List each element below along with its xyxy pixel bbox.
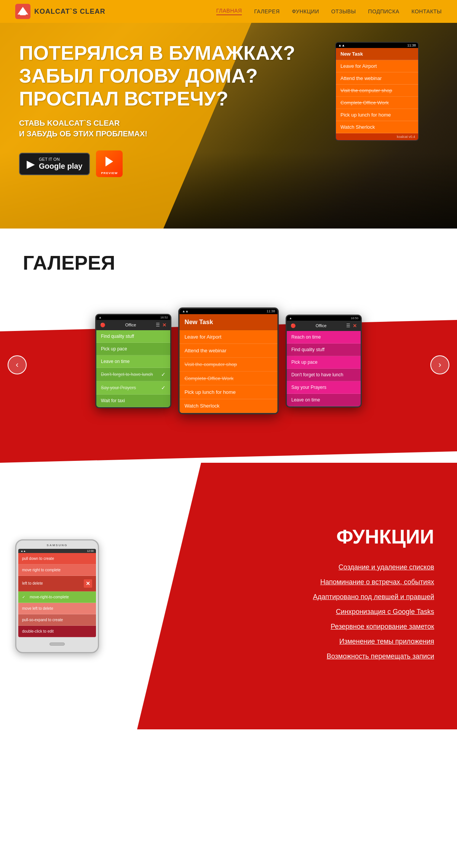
feature-link-4[interactable]: Синхронизация с Google Tasks	[336, 608, 434, 615]
nav-reviews[interactable]: ОТЗЫВЫ	[331, 8, 356, 14]
features-title: ФУНКЦИИ	[129, 525, 434, 548]
gallery-phone-1: ▲16:52 🔴 Office ☰ ✕ Find quality stuff P…	[95, 314, 171, 408]
task-item-new: New Task	[336, 48, 418, 60]
task-item-computer: Visit the computer shop	[336, 85, 418, 97]
hero-line1: ПОТЕРЯЛСЯ В БУМАЖКАХ?	[19, 42, 295, 64]
phone2-tasklist: Leave for Airport Attend the webinar Vis…	[179, 330, 277, 413]
phone2-task-5: Pick up lunch for home	[179, 385, 277, 399]
phone-status-bar: ▲▲11:38	[336, 43, 418, 48]
samsung-task-double-click: double-click to edit	[18, 626, 96, 637]
phone3-status: ▲16:50	[287, 316, 361, 321]
samsung-task-move-left: move left to delete	[18, 603, 96, 614]
features-section: SAMSUNG ▲▲12:00 pull down to create move…	[0, 463, 457, 729]
gallery-phone-2: ▲▲11:38 New Task Leave for Airport Atten…	[178, 307, 279, 414]
phone2-status: ▲▲11:38	[179, 309, 277, 314]
phone1-task-4: Don't forget to have lunch✓	[96, 368, 170, 381]
samsung-task-pull-expand: pull-so-expand to create	[18, 614, 96, 626]
feature-link-2[interactable]: Напоминание о встречах, событиях	[320, 578, 434, 586]
nav-home[interactable]: ГЛАВНАЯ	[216, 8, 242, 15]
play-triangle-icon	[105, 157, 113, 166]
hero-section: ПОТЕРЯЛСЯ В БУМАЖКАХ? ЗАБЫЛ ГОЛОВУ ДОМА?…	[0, 23, 457, 229]
phone2-task-4: Complete Office Work	[179, 372, 277, 385]
phone2-task-6: Watch Sherlock	[179, 399, 277, 413]
gallery-phone-3: ▲16:50 🔴 Office ☰ ✕ Reach on time Find q…	[286, 315, 362, 408]
gallery-prev-button[interactable]: ‹	[8, 355, 27, 374]
feature-link-5[interactable]: Резервное копирование заметок	[331, 623, 434, 630]
menu-icon-p3: ☰	[346, 323, 350, 329]
phone3-task-4: Don't forget to have lunch	[287, 369, 361, 381]
google-play-button[interactable]: ▶ GET IT ON Google play	[19, 153, 90, 175]
samsung-phone-mockup: SAMSUNG ▲▲12:00 pull down to create move…	[15, 539, 99, 653]
google-play-icon: ▶	[27, 158, 35, 170]
feature-item-4: Синхронизация с Google Tasks	[129, 608, 434, 616]
task-item-lunch: Pick up lunch for home	[336, 109, 418, 121]
samsung-home-area	[16, 640, 98, 649]
features-content: SAMSUNG ▲▲12:00 pull down to create move…	[0, 463, 457, 729]
task-item-airport: Leave for Airport	[336, 60, 418, 72]
samsung-task-move-right: move right to complete	[18, 564, 96, 576]
hero-title: ПОТЕРЯЛСЯ В БУМАЖКАХ? ЗАБЫЛ ГОЛОВУ ДОМА?…	[19, 42, 295, 110]
samsung-task-complete: ✓ move-right-to-complete	[18, 591, 96, 603]
feature-item-3: Адаптировано под левшей и правшей	[129, 593, 434, 601]
samsung-screen: ▲▲12:00 pull down to create move right t…	[18, 549, 96, 637]
phone1-header: 🔴 Office ☰ ✕	[96, 320, 170, 330]
task-item-webinar: Attend the webinar	[336, 72, 418, 85]
hero-line3: ПРОСПАЛ ВСТРЕЧУ?	[19, 88, 228, 110]
hero-task-list: New Task Leave for Airport Attend the we…	[336, 48, 418, 133]
preview-button[interactable]	[96, 150, 123, 177]
feature-link-1[interactable]: Создание и удаление списков	[339, 563, 434, 571]
task-item-sherlock: Watch Sherlock	[336, 121, 418, 133]
phone1-task-2: Pick up pace	[96, 343, 170, 355]
phone1-status: ▲16:52	[96, 315, 170, 320]
phone3-task-5: Say your Prayers	[287, 381, 361, 394]
samsung-home-button	[50, 643, 65, 646]
feature-item-7: Возможность перемещать записи	[129, 652, 434, 660]
samsung-task-pull-down: pull down to create	[18, 553, 96, 564]
logo-text: KOALCAT`S CLEAR	[34, 8, 105, 16]
task-item-office: Complete Office Work	[336, 97, 418, 109]
phone2-task-1: Leave for Airport	[179, 330, 277, 344]
main-nav: ГЛАВНАЯ ГАЛЕРЕЯ ФУНКЦИИ ОТЗЫВЫ ПОДПИСКА …	[216, 8, 442, 15]
feature-link-3[interactable]: Адаптировано под левшей и правшей	[313, 593, 434, 601]
feature-link-6[interactable]: Изменение темы приложения	[339, 638, 434, 645]
hero-subtitle: СТАВЬ KOALCAT`S CLEAR И ЗАБУДЬ ОБ ЭТИХ П…	[19, 118, 295, 139]
menu-icon: ☰	[156, 322, 160, 328]
phone3-task-1: Reach on time	[287, 331, 361, 344]
features-phone-area: SAMSUNG ▲▲12:00 pull down to create move…	[0, 463, 114, 729]
gallery-next-button[interactable]: ›	[430, 355, 449, 374]
phone1-task-6: Wait for taxi	[96, 395, 170, 407]
features-text-area: ФУНКЦИИ Создание и удаление списков Напо…	[114, 463, 457, 729]
logo-icon	[15, 4, 30, 19]
nav-subscribe[interactable]: ПОДПИСКА	[368, 8, 399, 14]
phone3-header: 🔴 Office ☰ ✕	[287, 321, 361, 331]
feature-link-7[interactable]: Возможность перемещать записи	[327, 652, 434, 660]
gallery-phones-row: ‹ ▲16:52 🔴 Office ☰ ✕ Find quality stuff…	[0, 289, 457, 440]
hero-content: ПОТЕРЯЛСЯ В БУМАЖКАХ? ЗАБЫЛ ГОЛОВУ ДОМА?…	[0, 23, 314, 192]
phone1-task-5: Say your Prayers✓	[96, 381, 170, 395]
phone-footer: koalcat v0.4	[336, 133, 418, 140]
feature-item-1: Создание и удаление списков	[129, 563, 434, 571]
phone3-task-6: Leave on time	[287, 394, 361, 406]
nav-features[interactable]: ФУНКЦИИ	[292, 8, 319, 14]
samsung-brand-text: SAMSUNG	[16, 543, 98, 547]
google-play-text: Google play	[39, 161, 82, 171]
samsung-task-left-delete: left to delete ✕	[18, 576, 96, 591]
hero-phone-screen: ▲▲11:38 New Task Leave for Airport Atten…	[335, 42, 419, 141]
hero-phone-mockup: ▲▲11:38 New Task Leave for Airport Atten…	[328, 42, 434, 141]
phone1-task-3: Leave on time	[96, 355, 170, 368]
hero-buttons: ▶ GET IT ON Google play	[19, 150, 295, 177]
phone2-task-2: Attend the webinar	[179, 344, 277, 358]
samsung-status-bar: ▲▲12:00	[18, 549, 96, 553]
nav-contacts[interactable]: КОНТАКТЫ	[411, 8, 442, 14]
nav-gallery[interactable]: ГАЛЕРЕЯ	[254, 8, 280, 14]
feature-item-2: Напоминание о встречах, событиях	[129, 578, 434, 586]
phone3-task-3: Pick up pace	[287, 356, 361, 369]
close-icon-p3: ✕	[353, 323, 357, 329]
feature-item-5: Резервное копирование заметок	[129, 623, 434, 631]
svg-rect-2	[20, 11, 26, 15]
gallery-container: ‹ ▲16:52 🔴 Office ☰ ✕ Find quality stuff…	[0, 289, 457, 463]
site-header: KOALCAT`S CLEAR ГЛАВНАЯ ГАЛЕРЕЯ ФУНКЦИИ …	[0, 0, 457, 23]
phone3-task-2: Find quality stuff	[287, 344, 361, 356]
logo-area: KOALCAT`S CLEAR	[15, 4, 105, 19]
phone1-task-1: Find quality stuff	[96, 330, 170, 343]
